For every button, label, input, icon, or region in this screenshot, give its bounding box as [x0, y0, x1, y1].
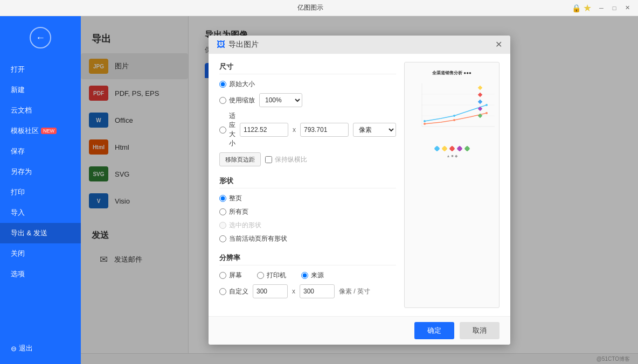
zoom-select[interactable]: 100% 50% 75% 150% 200% [259, 93, 302, 107]
sidebar-item-label: 模板社区 [11, 126, 39, 136]
dpi-width-input[interactable] [253, 284, 288, 298]
keep-ratio-label[interactable]: 保持纵横比 [265, 155, 307, 164]
chart-bottom-indicator: ▲ ■ ◆ [446, 154, 457, 158]
back-button[interactable]: ← [0, 22, 81, 59]
printer-radio[interactable] [257, 272, 264, 279]
zoom-size-radio-label[interactable]: 使用缩放 [219, 96, 255, 105]
fit-size-row: 适应大小 x 像素 英寸 毫米 [219, 111, 396, 148]
size-section-title: 尺寸 [219, 62, 396, 74]
titlebar-title: 亿图图示 [48, 3, 572, 12]
shape-section-title: 形状 [219, 176, 396, 188]
width-input[interactable] [240, 123, 288, 137]
current-page-shapes-radio-label[interactable]: 当前活动页所有形状 [219, 234, 287, 243]
keep-ratio-checkbox[interactable] [265, 156, 272, 163]
remove-margin-button[interactable]: 移除页边距 [219, 152, 261, 166]
sidebar-item-export[interactable]: 导出 & 发送 [0, 223, 81, 243]
content-area: 导出 JPG 图片 PDF PDF, PS, EPS [81, 16, 638, 364]
sidebar-item-label: 关闭 [11, 249, 25, 258]
back-circle-icon[interactable]: ← [30, 27, 51, 48]
fit-size-radio-label[interactable]: 适应大小 [219, 111, 235, 148]
current-page-shapes-radio[interactable] [219, 235, 226, 242]
preview-chart: 全渠道销售分析 ●●● [405, 62, 499, 307]
diamond-yellow [441, 145, 447, 151]
dpi-unit-label: 像素 / 英寸 [339, 287, 370, 296]
back-arrow-icon: ← [36, 32, 45, 44]
x-separator: x [293, 126, 296, 134]
top-icons: 🔒 ★ [572, 2, 592, 14]
resolution-section: 分辨率 屏幕 打印机 [219, 253, 396, 298]
modal-close-button[interactable]: ✕ [495, 40, 502, 49]
modal-preview-panel: 全渠道销售分析 ●●● [404, 62, 500, 308]
zoom-size-radio[interactable] [219, 97, 226, 104]
full-page-radio[interactable] [219, 195, 226, 202]
source-radio-label[interactable]: 来源 [301, 271, 324, 280]
sidebar-bottom: ⊖ 退出 [0, 338, 81, 364]
sidebar-item-label: 保存 [11, 146, 25, 156]
modal-form: 尺寸 原始大小 使用缩放 [219, 62, 396, 308]
custom-dpi-radio-label[interactable]: 自定义 [219, 287, 248, 296]
sidebar-item-label: 另存为 [11, 167, 32, 177]
svg-point-10 [486, 112, 488, 114]
svg-point-7 [486, 104, 488, 106]
printer-radio-label[interactable]: 打印机 [257, 271, 286, 280]
close-window-button[interactable]: ✕ [622, 3, 633, 13]
titlebar-controls: ─ □ ✕ [596, 3, 633, 13]
modal-body: 尺寸 原始大小 使用缩放 [209, 54, 510, 316]
cancel-button[interactable]: 取消 [460, 322, 500, 339]
original-size-radio[interactable] [219, 81, 226, 88]
confirm-button[interactable]: 确定 [414, 322, 454, 339]
selected-shapes-row: 选中的形状 [219, 221, 396, 230]
svg-point-5 [424, 120, 426, 122]
screen-radio-label[interactable]: 屏幕 [219, 271, 242, 280]
sidebar-item-options[interactable]: 选项 [0, 264, 81, 284]
diamond-red [449, 145, 455, 151]
sidebar-item-open[interactable]: 打开 [0, 59, 81, 80]
sidebar-item-import[interactable]: 导入 [0, 202, 81, 223]
svg-point-9 [453, 119, 455, 121]
all-pages-radio-label[interactable]: 所有页 [219, 207, 248, 216]
sidebar-item-close[interactable]: 关闭 [0, 243, 81, 264]
source-radio[interactable] [301, 272, 308, 279]
svg-rect-13 [478, 100, 482, 104]
unit-select[interactable]: 像素 英寸 毫米 [353, 123, 396, 137]
svg-rect-11 [478, 86, 482, 90]
restore-button[interactable]: □ [609, 3, 620, 13]
sidebar-item-print[interactable]: 打印 [0, 182, 81, 202]
sidebar-item-saveas[interactable]: 另存为 [0, 162, 81, 182]
sidebar-item-label: 退出 [19, 344, 33, 353]
all-pages-row: 所有页 [219, 207, 396, 216]
sidebar-item-logout[interactable]: ⊖ 退出 [0, 338, 81, 359]
app-body: ← 打开 新建 云文档 模板社区 NEW 保存 另存为 打印 导入 导出 & 发… [0, 16, 638, 364]
modal-header: 🖼 导出图片 ✕ [209, 36, 510, 54]
lock-icon: 🔒 [572, 4, 581, 12]
new-badge: NEW [41, 128, 57, 134]
logout-icon: ⊖ [11, 345, 17, 353]
zoom-size-row: 使用缩放 100% 50% 75% 150% 200% [219, 93, 396, 107]
custom-dpi-radio[interactable] [219, 288, 226, 295]
sidebar-item-template[interactable]: 模板社区 NEW [0, 121, 81, 141]
size-section: 尺寸 原始大小 使用缩放 [219, 62, 396, 166]
sidebar-item-label: 选项 [11, 269, 25, 279]
full-page-radio-label[interactable]: 整页 [219, 194, 242, 203]
resolution-section-title: 分辨率 [219, 253, 396, 265]
svg-rect-14 [478, 107, 482, 111]
all-pages-radio[interactable] [219, 208, 226, 215]
screen-radio[interactable] [219, 272, 226, 279]
current-page-shapes-row: 当前活动页所有形状 [219, 234, 396, 243]
original-size-radio-label[interactable]: 原始大小 [219, 80, 255, 89]
diamond-blue [434, 145, 440, 151]
height-input[interactable] [300, 123, 349, 137]
sidebar-item-label: 导出 & 发送 [11, 228, 47, 238]
sidebar-item-save[interactable]: 保存 [0, 141, 81, 162]
sidebar-item-cloud[interactable]: 云文档 [0, 100, 81, 121]
export-image-modal: 🖼 导出图片 ✕ 尺寸 [209, 36, 510, 345]
svg-point-8 [424, 123, 426, 125]
fit-size-radio[interactable] [219, 127, 226, 134]
original-size-row: 原始大小 [219, 80, 396, 89]
margin-ratio-row: 移除页边距 保持纵横比 [219, 152, 396, 166]
sidebar-item-new[interactable]: 新建 [0, 80, 81, 100]
sidebar-item-label: 打开 [11, 65, 25, 74]
modal-overlay: 🖼 导出图片 ✕ 尺寸 [81, 16, 638, 364]
minimize-button[interactable]: ─ [596, 3, 607, 13]
dpi-height-input[interactable] [300, 284, 335, 298]
